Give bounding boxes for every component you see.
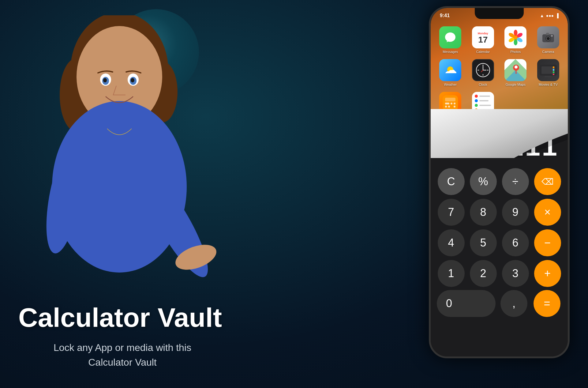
calculator-section: 1111 C % ÷ ⌫ 7 8 9 × 4 5 6 − 1 2 xyxy=(431,109,568,356)
person-figure xyxy=(15,15,230,291)
weather-label: Weather xyxy=(444,83,457,86)
calendar-icon-img: Monday 17 xyxy=(472,26,494,48)
calc-bottom-row: 0 , = xyxy=(431,290,568,317)
svg-point-26 xyxy=(547,37,550,40)
svg-rect-53 xyxy=(454,103,455,104)
svg-rect-49 xyxy=(443,95,458,111)
calc-btn-7[interactable]: 7 xyxy=(438,199,465,226)
calc-btn-comma[interactable]: , xyxy=(500,290,527,317)
app-title: Calculator Vault xyxy=(18,304,227,331)
svg-rect-44 xyxy=(545,76,552,77)
maps-label: Google Maps xyxy=(506,83,526,86)
battery-icon: ▐ xyxy=(556,13,559,18)
calc-btn-percent[interactable]: % xyxy=(470,168,497,195)
wifi-icon: ▲ xyxy=(540,13,544,18)
svg-rect-27 xyxy=(546,33,549,35)
svg-rect-52 xyxy=(451,103,452,104)
app-icon-tv[interactable]: Movies & TV xyxy=(535,59,562,86)
svg-point-14 xyxy=(131,78,134,82)
weather-icon-img xyxy=(439,59,461,81)
maps-icon-img xyxy=(504,59,526,81)
app-grid: Messages Monday 17 Calendar xyxy=(431,23,568,122)
clock-label: Clock xyxy=(479,83,487,86)
app-icon-maps[interactable]: Google Maps xyxy=(502,59,529,86)
svg-point-16 xyxy=(514,30,517,36)
calc-btn-multiply[interactable]: × xyxy=(534,199,561,226)
app-icon-camera[interactable]: Camera xyxy=(535,26,562,54)
app-info-section: Calculator Vault Lock any App or media w… xyxy=(18,304,227,370)
camera-label: Camera xyxy=(542,50,554,54)
signal-icon: ●●● xyxy=(546,13,554,18)
calc-btn-divide[interactable]: ÷ xyxy=(502,168,529,195)
calc-btn-2[interactable]: 2 xyxy=(470,260,497,287)
tv-label: Movies & TV xyxy=(539,83,558,86)
photos-label: Photos xyxy=(510,50,521,54)
calc-btn-0[interactable]: 0 xyxy=(437,290,496,317)
calc-btn-4[interactable]: 4 xyxy=(438,229,465,256)
svg-rect-47 xyxy=(553,71,554,73)
calc-button-row-1: C % ÷ ⌫ 7 8 9 × 4 5 6 − 1 2 3 + xyxy=(431,165,568,290)
status-time: 9:41 xyxy=(440,13,450,18)
app-icon-messages[interactable]: Messages xyxy=(437,26,464,54)
svg-point-28 xyxy=(551,35,553,37)
svg-rect-51 xyxy=(445,103,449,104)
calc-btn-3[interactable]: 3 xyxy=(502,260,529,287)
calc-btn-1[interactable]: 1 xyxy=(438,260,465,287)
phone-mockup: 9:41 ▲ ●●● ▐ Messages xyxy=(423,6,576,374)
svg-rect-54 xyxy=(445,106,447,107)
app-icon-weather[interactable]: Weather xyxy=(437,59,464,86)
svg-point-41 xyxy=(515,66,518,69)
app-icon-clock[interactable]: Clock xyxy=(470,59,497,86)
messages-icon-img xyxy=(439,26,461,48)
phone-notch xyxy=(475,8,524,19)
calc-btn-backspace[interactable]: ⌫ xyxy=(534,168,561,195)
calc-btn-6[interactable]: 6 xyxy=(502,229,529,256)
calc-btn-9[interactable]: 9 xyxy=(502,199,529,226)
calc-btn-equals[interactable]: = xyxy=(534,290,560,317)
svg-rect-56 xyxy=(454,106,455,107)
messages-label: Messages xyxy=(443,50,458,54)
svg-rect-55 xyxy=(448,106,450,107)
app-icon-calendar[interactable]: Monday 17 Calendar xyxy=(470,26,497,54)
app-subtitle: Lock any App or media with thisCalculato… xyxy=(18,340,227,370)
calendar-label: Calendar xyxy=(476,50,490,54)
svg-rect-50 xyxy=(445,98,455,101)
clock-icon-img xyxy=(472,59,494,81)
app-icon-photos[interactable]: Photos xyxy=(502,26,529,54)
camera-icon-img xyxy=(537,26,559,48)
tv-icon-img xyxy=(537,59,559,81)
calc-btn-clear[interactable]: C xyxy=(438,168,465,195)
phone-frame: 9:41 ▲ ●●● ▐ Messages xyxy=(429,6,570,358)
calc-btn-5[interactable]: 5 xyxy=(470,229,497,256)
calc-btn-8[interactable]: 8 xyxy=(470,199,497,226)
calc-btn-minus[interactable]: − xyxy=(534,229,561,256)
calc-btn-plus[interactable]: + xyxy=(534,260,561,287)
photos-icon-img xyxy=(504,26,526,48)
svg-rect-48 xyxy=(553,74,554,75)
svg-rect-46 xyxy=(553,69,554,71)
svg-rect-45 xyxy=(553,66,554,68)
svg-point-17 xyxy=(514,39,517,45)
svg-point-13 xyxy=(103,78,107,82)
status-icons: ▲ ●●● ▐ xyxy=(540,13,559,18)
